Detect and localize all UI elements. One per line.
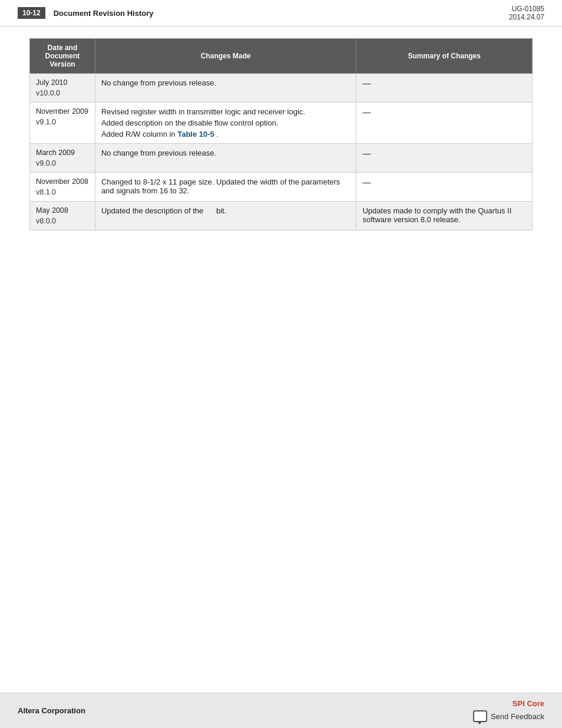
doc-reference: UG-01085 2014.24.07 [509, 5, 544, 21]
table-link[interactable]: Table 10-5 [177, 130, 214, 139]
summary-cell: — [356, 74, 533, 103]
col-header-date: Date andDocumentVersion [30, 39, 95, 74]
date-version-cell: May 2008v8.0.0 [30, 202, 95, 230]
feedback-area[interactable]: Send Feedback [473, 710, 544, 722]
page-number: 10-12 [18, 7, 45, 19]
summary-cell: — [356, 144, 533, 173]
table-row: July 2010v10.0.0 No change from previous… [30, 74, 533, 103]
col-header-changes: Changes Made [95, 39, 356, 74]
main-content: Date andDocumentVersion Changes Made Sum… [0, 27, 562, 254]
summary-cell: — [356, 173, 533, 202]
summary-cell: Updates made to comply with the Quartus … [356, 202, 533, 230]
table-row: November 2009v9.1.0 Revised register wid… [30, 103, 533, 144]
date-version-cell: July 2010v10.0.0 [30, 74, 95, 103]
page-footer: Altera Corporation SPI Core Send Feedbac… [0, 693, 562, 728]
date-version-cell: March 2009v9.0.0 [30, 144, 95, 173]
table-row: March 2009v9.0.0 No change from previous… [30, 144, 533, 173]
table-row: November 2008v8.1.0 Changed to 8-1/2 x 1… [30, 173, 533, 202]
changes-cell: Updated the description of the bit. [95, 202, 356, 230]
company-name: Altera Corporation [18, 706, 85, 715]
date-version-cell: November 2009v9.1.0 [30, 103, 95, 144]
summary-cell: — [356, 103, 533, 144]
changes-cell: Revised register width in transmitter lo… [95, 103, 356, 144]
page-header: 10-12 Document Revision History UG-01085… [0, 0, 562, 27]
product-name: SPI Core [513, 699, 544, 708]
feedback-label[interactable]: Send Feedback [491, 712, 544, 721]
feedback-icon [473, 710, 487, 722]
changes-cell: Changed to 8-1/2 x 11 page size. Updated… [95, 173, 356, 202]
col-header-summary: Summary of Changes [356, 39, 533, 74]
changes-cell: No change from previous release. [95, 74, 356, 103]
table-row: May 2008v8.0.0 Updated the description o… [30, 202, 533, 230]
revision-history-table: Date andDocumentVersion Changes Made Sum… [29, 38, 533, 230]
footer-right: SPI Core Send Feedback [473, 699, 544, 722]
date-version-cell: November 2008v8.1.0 [30, 173, 95, 202]
changes-cell: No change from previous release. [95, 144, 356, 173]
chapter-title: Document Revision History [54, 9, 154, 18]
